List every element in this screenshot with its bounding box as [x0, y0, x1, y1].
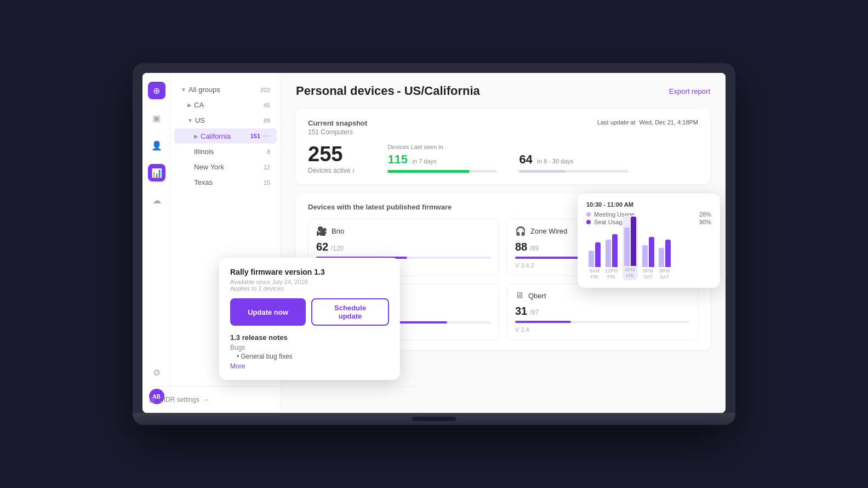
snapshot-header: Current snapshot 151 Computers Last upda…	[308, 119, 698, 136]
usage-chart-popup: 10:30 - 11:00 AM Meeting Usage 28% Seat …	[578, 194, 720, 288]
documents-icon[interactable]: ▣	[148, 109, 165, 127]
nav-california[interactable]: ▶ California 151 ⋯	[174, 128, 277, 144]
popup-firmware-title: Rally firmware version 1.3	[230, 268, 389, 276]
release-notes-title: 1.3 release notes	[230, 333, 389, 342]
chart-col-4: 8PMSAT	[642, 237, 654, 280]
chevron-right-icon: ▶	[187, 102, 192, 108]
page-header: Personal devices - US/California Export …	[296, 84, 710, 98]
seat-usage-legend: Seat Usage 90%	[586, 219, 711, 225]
chevron-right-icon: ▶	[194, 133, 198, 139]
snapshot-info: Current snapshot 151 Computers	[308, 119, 367, 136]
analytics-icon[interactable]: 📊	[148, 164, 165, 181]
laptop-frame: ⊕ ▣ 👤 📊 ☁ ⚙ AB ▼ All groups 202 ▶ CA 45	[133, 63, 735, 425]
chart-time: 10:30 - 11:00 AM	[586, 201, 711, 208]
progress-bar-green	[387, 170, 497, 173]
devices-seen-section: Devices Last seen in 115 in 7 days	[387, 144, 629, 173]
laptop-notch	[412, 417, 456, 421]
brio-icon: 🎥	[316, 226, 327, 236]
firmware-update-popup: Rally firmware version 1.3 Available sin…	[219, 258, 400, 380]
page-title: Personal devices - US/California	[296, 84, 480, 98]
qbert-icon: 🖥	[515, 291, 524, 300]
nav-illinois[interactable]: Illinois 8	[174, 144, 277, 159]
bar-chart: 8AMFRI 12PMFRI 4PMFRI	[586, 231, 711, 280]
more-icon[interactable]: ⋯	[262, 132, 270, 140]
snapshot-stats: 255 Devices active ℹ Devices Last seen i…	[308, 144, 698, 174]
cidr-settings-link[interactable]: ⊞ CIDR settings →	[171, 386, 281, 404]
nav-ca[interactable]: ▶ CA 45	[174, 98, 277, 112]
sidebar-icons: ⊕ ▣ 👤 📊 ☁ ⚙ AB	[142, 73, 171, 413]
last-update: Last update at Wed, Dec 21, 4:18PM	[597, 119, 698, 126]
nav-all-groups[interactable]: ▼ All groups 202	[174, 82, 277, 97]
info-icon: ℹ	[352, 167, 355, 174]
logo-icon[interactable]: ⊕	[148, 82, 165, 99]
chart-col-1: 8AMFRI	[589, 242, 601, 280]
chevron-down-icon: ▼	[187, 117, 193, 123]
thirty-days-stat: 64 in 8 - 30 days	[519, 152, 629, 173]
qbert-progress	[515, 321, 690, 323]
popup-buttons: Update now Schedule update	[230, 298, 389, 326]
seat-dot	[586, 220, 591, 224]
meeting-dot	[586, 212, 591, 217]
chevron-down-icon: ▼	[181, 87, 186, 93]
firmware-item-qbert: 🖥 Qbert 31 /97 V 2.4	[507, 283, 698, 340]
cloud-icon[interactable]: ☁	[148, 191, 165, 209]
laptop-base	[133, 413, 735, 425]
chart-col-2: 12PMFRI	[605, 234, 618, 280]
more-link[interactable]: More	[230, 362, 389, 370]
bugs-label: Bugs	[230, 344, 389, 351]
schedule-update-button[interactable]: Schedule update	[311, 298, 389, 326]
bug-item: • General bug fixes	[230, 353, 389, 360]
nav-new-york[interactable]: New York 12	[174, 160, 277, 174]
nav-us[interactable]: ▼ US 89	[174, 113, 277, 128]
screen: ⊕ ▣ 👤 📊 ☁ ⚙ AB ▼ All groups 202 ▶ CA 45	[142, 73, 726, 413]
chart-legend: Meeting Usage 28% Seat Usage 90%	[586, 211, 711, 225]
snapshot-card: Current snapshot 151 Computers Last upda…	[296, 109, 710, 184]
devices-seen-stats: 115 in 7 days 64 in 8 - 30 da	[387, 152, 629, 173]
chart-col-5: 8PMSAT	[659, 240, 671, 280]
chart-col-3-selected: 4PMFRI	[623, 215, 638, 280]
meeting-usage-legend: Meeting Usage 28%	[586, 211, 711, 218]
seven-days-stat: 115 in 7 days	[387, 152, 497, 173]
progress-bar-gray	[519, 170, 629, 173]
users-icon[interactable]: 👤	[148, 137, 165, 154]
export-report-link[interactable]: Export report	[669, 87, 710, 95]
zone-wired-icon: 🎧	[515, 226, 526, 236]
update-now-button[interactable]: Update now	[230, 298, 306, 326]
devices-active-stat: 255 Devices active ℹ	[308, 144, 355, 174]
nav-texas[interactable]: Texas 15	[174, 175, 277, 190]
